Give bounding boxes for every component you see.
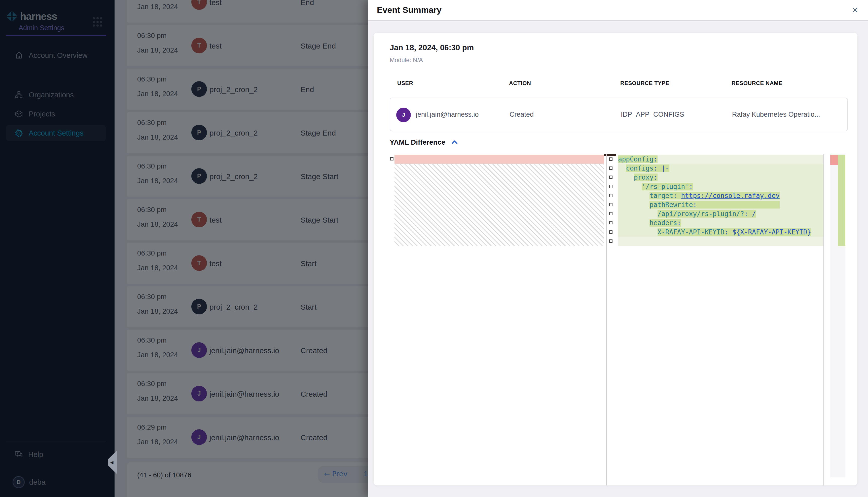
diff-line-marker: [609, 194, 612, 197]
diff-code-line: target: https://console.rafay.dev: [618, 191, 824, 200]
ruler-removed-marker: [830, 155, 838, 165]
diff-overview-ruler[interactable]: [830, 154, 845, 478]
diff-removed-line: [395, 155, 604, 164]
diff-code-line: configs: |-: [618, 164, 824, 173]
event-user: jenil.jain@harness.io: [416, 111, 479, 118]
drawer-header: Event Summary ×: [368, 0, 868, 20]
yaml-difference-label: YAML Difference: [390, 138, 445, 146]
diff-code-line: headers:: [618, 218, 824, 228]
drawer-title: Event Summary: [377, 5, 442, 15]
diff-line-marker: [609, 221, 612, 224]
diff-code-line: [618, 237, 824, 246]
app-root: harness Admin Settings Account Overview …: [0, 0, 868, 497]
yaml-diff-view: appConfig: configs: |- proxy: '/rs-plugi…: [390, 154, 845, 485]
yaml-difference-section: YAML Difference: [390, 138, 458, 146]
event-summary-drawer: Event Summary × Jan 18, 2024, 06:30 pm M…: [368, 0, 868, 497]
column-header-resource-type: RESOURCE TYPE: [620, 80, 670, 86]
chevron-up-icon[interactable]: [451, 139, 458, 146]
diff-line-marker: [609, 175, 612, 179]
diff-old-pane: [390, 154, 604, 485]
diff-empty-filler: [395, 164, 604, 246]
diff-code-line: appConfig:: [618, 155, 824, 164]
diff-code-line: X-RAFAY-API-KEYID: ${X-RAFAY-API-KEYID}: [618, 228, 824, 237]
diff-line-marker: [609, 157, 612, 161]
diff-code-line: proxy:: [618, 173, 824, 182]
event-summary-card: Jan 18, 2024, 06:30 pm Module: N/A USER …: [374, 33, 857, 485]
diff-code-line: '/rs-plugin':: [618, 182, 824, 191]
event-datetime: Jan 18, 2024, 06:30 pm: [390, 43, 474, 52]
diff-line-marker: [609, 239, 612, 243]
diff-line-marker: [609, 185, 612, 188]
diff-added-chunk: appConfig: configs: |- proxy: '/rs-plugi…: [618, 155, 824, 246]
diff-line-marker: [609, 230, 612, 234]
ruler-added-marker: [838, 155, 845, 246]
modal-dim-overlay[interactable]: [0, 0, 368, 497]
collapse-arrow-icon: ◀: [110, 460, 113, 465]
diff-line-marker: [609, 203, 612, 206]
column-header-user: USER: [397, 80, 413, 86]
diff-pane-divider: [606, 154, 607, 485]
diff-line-marker: [609, 167, 612, 170]
user-avatar: J: [396, 108, 411, 122]
diff-fold-marker: [390, 157, 394, 160]
diff-line-marker: [609, 212, 612, 215]
column-header-action: ACTION: [509, 80, 531, 86]
event-resource-name: Rafay Kubernetes Operatio...: [732, 111, 820, 118]
event-table-row: J jenil.jain@harness.io Created IDP_APP_…: [390, 98, 848, 131]
event-resource-type: IDP_APP_CONFIGS: [621, 111, 684, 118]
column-header-resource-name: RESOURCE NAME: [732, 80, 782, 86]
diff-right-border: [824, 154, 824, 485]
diff-code-line: /api/proxy/rs-plugin/?: /: [618, 209, 824, 218]
diff-code-line: pathRewrite:: [618, 200, 824, 210]
close-icon[interactable]: ×: [849, 3, 862, 17]
diff-new-pane: appConfig: configs: |- proxy: '/rs-plugi…: [618, 154, 824, 485]
event-module: Module: N/A: [390, 57, 423, 63]
event-action: Created: [510, 111, 534, 118]
